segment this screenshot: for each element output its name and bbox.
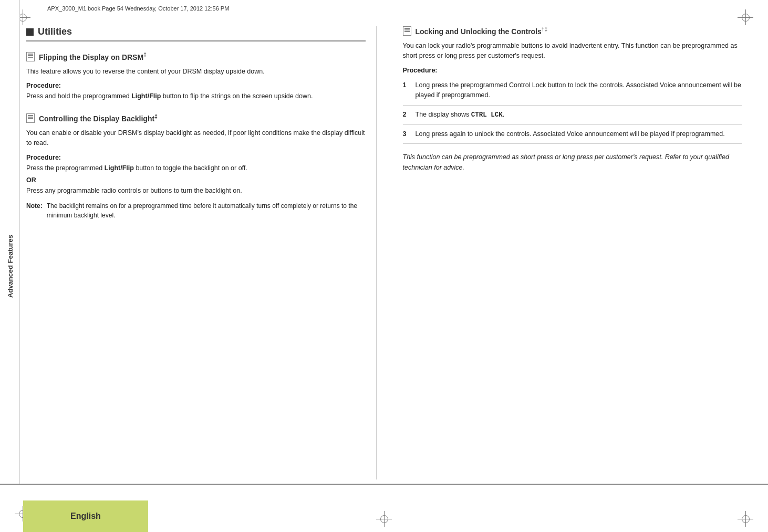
note-text: The backlight remains on for a preprogra… bbox=[47, 201, 366, 220]
english-language-tag: English bbox=[23, 500, 148, 532]
side-tab-label: Advanced Features bbox=[6, 235, 14, 298]
step-num-3: 3 bbox=[403, 129, 410, 139]
flip-procedure-text: Press and hold the preprogrammed Light/F… bbox=[26, 91, 366, 101]
step-text-3: Long press again to unlock the controls.… bbox=[416, 129, 742, 139]
side-tab: Advanced Features bbox=[0, 0, 20, 532]
backlight-procedure-text2: Press any programmable radio controls or… bbox=[26, 186, 366, 196]
lock-step-3: 3 Long press again to unlock the control… bbox=[403, 125, 742, 144]
subsection-icon-flip bbox=[26, 52, 35, 61]
section-title-text: Utilities bbox=[38, 26, 72, 37]
lock-step-2: 2 The display shows CTRL LCK. bbox=[403, 106, 742, 125]
subsection-title-backlight-text: Controlling the Display Backlight‡ bbox=[39, 113, 158, 123]
step-text-2: The display shows CTRL LCK. bbox=[416, 110, 742, 120]
subsection-title-flip-text: Flipping the Display on DRSM‡ bbox=[39, 52, 147, 61]
subsection-title-flip: Flipping the Display on DRSM‡ bbox=[26, 52, 366, 61]
reg-mark-top-right bbox=[738, 9, 753, 25]
step-text-1: Long press the preprogrammed Control Loc… bbox=[416, 80, 742, 101]
section-title-icon bbox=[26, 28, 34, 36]
subsection-icon-lock bbox=[403, 26, 411, 36]
lock-steps: 1 Long press the preprogrammed Control L… bbox=[403, 76, 742, 144]
left-column: Utilities Flipping the Display on DRSM‡ … bbox=[26, 26, 377, 479]
backlight-procedure-text1: Press the preprogrammed Light/Flip butto… bbox=[26, 163, 366, 173]
step-num-2: 2 bbox=[403, 110, 410, 120]
lock-italic-note: This function can be preprogrammed as sh… bbox=[403, 152, 742, 173]
bottom-bar: 54 English bbox=[0, 484, 768, 532]
note-label: Note: bbox=[26, 201, 43, 220]
lock-body: You can lock your radio's programmable b… bbox=[403, 41, 742, 61]
lock-step-1: 1 Long press the preprogrammed Control L… bbox=[403, 76, 742, 106]
lock-procedure-label: Procedure: bbox=[403, 67, 742, 74]
right-column: Locking and Unlocking the Controls†‡ You… bbox=[398, 26, 742, 479]
backlight-body: You can enable or disable your DRSM's di… bbox=[26, 128, 366, 149]
subsection-title-lock: Locking and Unlocking the Controls†‡ bbox=[403, 26, 742, 36]
top-bar-filename: APX_3000_M1.book Page 54 Wednesday, Octo… bbox=[47, 5, 229, 12]
flip-procedure-label: Procedure: bbox=[26, 82, 366, 89]
subsection-icon-backlight bbox=[26, 113, 35, 123]
section-title-utilities: Utilities bbox=[26, 26, 366, 41]
note-block: Note: The backlight remains on for a pre… bbox=[26, 201, 366, 220]
subsection-title-lock-text: Locking and Unlocking the Controls†‡ bbox=[416, 26, 547, 36]
reg-mark-bottom-center bbox=[376, 511, 392, 527]
backlight-procedure-label: Procedure: bbox=[26, 154, 366, 161]
step-num-1: 1 bbox=[403, 80, 410, 101]
english-label: English bbox=[70, 512, 101, 521]
or-text: OR bbox=[26, 176, 366, 184]
reg-mark-bottom-right bbox=[738, 511, 753, 527]
flip-body: This feature allows you to reverse the c… bbox=[26, 67, 366, 77]
subsection-title-backlight: Controlling the Display Backlight‡ bbox=[26, 113, 366, 123]
content-area: Utilities Flipping the Display on DRSM‡ … bbox=[26, 26, 742, 479]
